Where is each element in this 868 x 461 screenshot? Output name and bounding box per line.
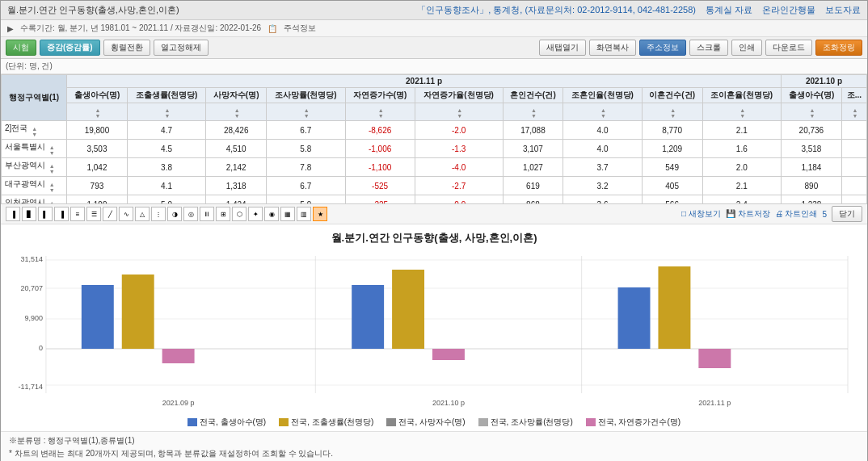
copy-screen-button[interactable]: 화면복사: [589, 40, 636, 56]
chart-type-pie[interactable]: ◑: [167, 207, 182, 221]
death-cell: 28,426: [206, 121, 267, 140]
chart-save[interactable]: 💾 차트저장: [726, 208, 770, 220]
chart-toolbar: ▐ ▊ ▌ ▐ ≡ ☰ ╱ ∿ △ ⋮ ◑ ◎ ⫼ ⊞ ⬡ ✦ ◉ ▦ ▥ ★ …: [1, 204, 867, 224]
birth-cell: 19,800: [67, 121, 128, 140]
toggle-button[interactable]: 횡렬전환: [103, 40, 150, 56]
chart-type-donut[interactable]: ◎: [183, 207, 198, 221]
survey-info: 「인구동향조사」, 통계청, (자료문의처: 02-2012-9114, 042…: [417, 4, 696, 16]
divorce-cell: 1,209: [642, 140, 702, 158]
svg-text:20,707: 20,707: [20, 284, 42, 292]
region-cell: 2]전국 ▲▼: [2, 121, 67, 140]
birth-cell: 793: [67, 177, 128, 195]
increase-button[interactable]: 증감(증감률): [40, 40, 100, 56]
chart-type-heatmap[interactable]: ▦: [280, 207, 295, 221]
main-window: 월.분기.연간 인구동향(출생,사망,혼인,이혼) 「인구동향조사」, 통계청,…: [0, 0, 868, 461]
birth-cell: 3,503: [67, 140, 128, 158]
note-label[interactable]: 주석정보: [284, 23, 316, 34]
crude-birth-cell: 5.0: [127, 195, 206, 205]
refresh-button[interactable]: 시험: [6, 40, 36, 56]
sort-death[interactable]: ▲▼: [206, 103, 267, 121]
legend-nat-inc-label: 전국, 자연증가건수(명): [598, 417, 680, 428]
svg-text:2021.09 p: 2021.09 p: [162, 399, 195, 407]
birth2-cell: 20,736: [782, 121, 842, 140]
sort-birth[interactable]: ▲▼: [67, 103, 128, 121]
chart-type-area[interactable]: △: [135, 207, 150, 221]
chart-type-treemap[interactable]: ▥: [297, 207, 311, 221]
new-tab-button[interactable]: 새탭열기: [539, 40, 586, 56]
chart-new-window[interactable]: □ 새창보기: [681, 208, 721, 220]
chart-type-line2[interactable]: ∿: [119, 207, 133, 221]
chart-type-bar2[interactable]: ▊: [22, 207, 36, 221]
title-links: 「인구동향조사」, 통계청, (자료문의처: 02-2012-9114, 042…: [417, 4, 861, 16]
print-icon: 🖨: [775, 209, 783, 218]
legend-death-label: 전국, 사망자수(명): [398, 417, 465, 428]
sort-marriage[interactable]: ▲▼: [503, 103, 563, 121]
sort-nat-inc-rate[interactable]: ▲▼: [415, 103, 503, 121]
annotation-button[interactable]: 열고정해제: [154, 40, 209, 56]
unit-label: (단위: 명, 건): [1, 59, 867, 74]
crude-death-cell: 6.7: [267, 121, 346, 140]
crude-marriage-cell: 3.2: [563, 177, 643, 195]
chart-print[interactable]: 🖨 차트인쇄: [775, 208, 818, 220]
note-icon: 📋: [268, 24, 277, 33]
table-row: 부산광역시 ▲▼ 1,042 3.8 2,142 7.8 -1,100 -4.0…: [2, 158, 867, 177]
chart-type-barh1[interactable]: ≡: [70, 207, 85, 221]
chart-type-barh2[interactable]: ☰: [86, 207, 101, 221]
chart-type-highlight[interactable]: ★: [313, 207, 327, 221]
sort-nat-inc[interactable]: ▲▼: [345, 103, 415, 121]
col12-cell: [841, 195, 866, 205]
refresh2-button[interactable]: 조화정링: [815, 40, 862, 56]
table-area[interactable]: (단위: 명, 건) 행정구역별(1) 2021.11 p 2021.10 p …: [1, 59, 867, 204]
scroll-button[interactable]: 스크롤: [689, 40, 728, 56]
chart-type-barline2[interactable]: ⊞: [216, 207, 230, 221]
chart-type-bar4[interactable]: ▐: [54, 207, 69, 221]
marriage-cell: 17,088: [503, 121, 563, 140]
crude-birth-cell: 4.7: [127, 121, 206, 140]
region-cell: 부산광역시 ▲▼: [2, 158, 67, 177]
sort-crude-death[interactable]: ▲▼: [267, 103, 346, 121]
nat-inc-rate-cell: -0.9: [415, 195, 503, 205]
chart-hide-button[interactable]: 닫기: [832, 206, 862, 222]
sort-12[interactable]: ▲▼: [841, 103, 866, 121]
nat-inc-rate-cell: -2.7: [415, 177, 503, 195]
nat-inc-cell: -225: [345, 195, 415, 205]
divorce-cell: 405: [642, 177, 702, 195]
nat-inc-cell: -525: [345, 177, 415, 195]
period-info: 수록기간: 월, 분기, 년 1981.01 ~ 2021.11 / 자료갱신일…: [20, 23, 261, 34]
print-button[interactable]: 인쇄: [731, 40, 762, 56]
crude-death-cell: 6.7: [267, 177, 346, 195]
chart-type-radar1[interactable]: ⬡: [232, 207, 246, 221]
crude-birth-cell: 4.1: [127, 177, 206, 195]
chart-type-bubble[interactable]: ◉: [264, 207, 279, 221]
col-crude-marriage: 조혼인율(천명당): [563, 88, 643, 103]
chart-type-bar1[interactable]: ▐: [6, 207, 20, 221]
col12-cell: [841, 121, 866, 140]
nat-inc-cell: -1,006: [345, 140, 415, 158]
sort-crude-birth[interactable]: ▲▼: [127, 103, 206, 121]
period-header-2: 2021.10 p: [782, 75, 867, 88]
chart-type-barline1[interactable]: ⫼: [200, 207, 214, 221]
sort-crude-marriage[interactable]: ▲▼: [563, 103, 643, 121]
chart-type-bar3[interactable]: ▌: [38, 207, 53, 221]
download-button[interactable]: 다운로드: [765, 40, 812, 56]
window-title: 월.분기.연간 인구동향(출생,사망,혼인,이혼): [7, 4, 179, 16]
chart-type-radar2[interactable]: ✦: [248, 207, 263, 221]
death-cell: 2,142: [206, 158, 267, 177]
sort-crude-divorce[interactable]: ▲▼: [702, 103, 782, 121]
svg-rect-24: [658, 266, 690, 349]
bookmark-button[interactable]: 주소정보: [639, 40, 686, 56]
crude-divorce-cell: 1.6: [702, 140, 782, 158]
chart-type-line1[interactable]: ╱: [103, 207, 117, 221]
svg-rect-18: [122, 275, 154, 349]
chart-type-scatter[interactable]: ⋮: [151, 207, 166, 221]
sort-divorce[interactable]: ▲▼: [642, 103, 702, 121]
legend-crude-birth: 전국, 조출생률(천명당): [279, 417, 373, 428]
report-link[interactable]: 보도자료: [825, 4, 861, 16]
marriage-cell: 3,107: [503, 140, 563, 158]
sort-birth2[interactable]: ▲▼: [782, 103, 842, 121]
region-cell: 인천광역시 ▲▼: [2, 195, 67, 205]
crude-divorce-cell: 2.1: [702, 177, 782, 195]
stats-room-link[interactable]: 통계실 자료: [706, 4, 752, 16]
online-link[interactable]: 온라인간행물: [762, 4, 815, 16]
col12-cell: [841, 177, 866, 195]
